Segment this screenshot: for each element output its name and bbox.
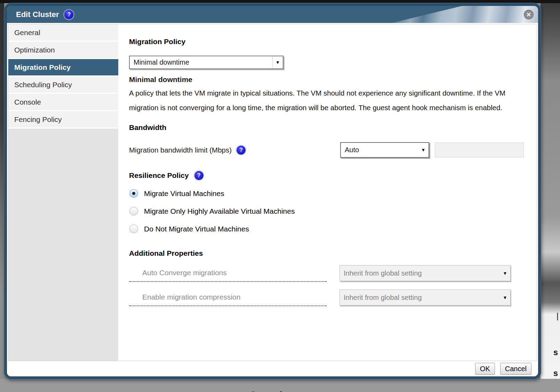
dialog-help-icon[interactable]: ? <box>64 10 73 19</box>
migration-policy-panel: Migration Policy Minimal downtime ▼ Mini… <box>118 24 537 361</box>
radio-label: Migrate Only Highly Available Virtual Ma… <box>144 207 295 215</box>
background-text-fragment: s <box>553 368 558 378</box>
selected-policy-name: Minimal downtime <box>129 75 537 84</box>
radio-label: Migrate Virtual Machines <box>144 189 224 198</box>
auto-converge-row: Auto Converge migrations Inherit from gl… <box>129 265 537 282</box>
ok-button[interactable]: OK <box>475 363 495 375</box>
bandwidth-help-icon[interactable]: ? <box>237 146 246 155</box>
sidebar-item-optimization[interactable]: Optimization <box>8 42 118 58</box>
dialog-inner: Edit Cluster ? ✕ General Optimization Mi… <box>7 6 538 376</box>
background-text-fragment: | <box>557 311 559 321</box>
clipped-background-text: Consultant <box>250 390 301 392</box>
background-text-fragment: s <box>553 348 558 357</box>
radio-label: Do Not Migrate Virtual Machines <box>144 225 249 233</box>
sidebar-filler <box>8 129 118 361</box>
radio-button-icon[interactable] <box>129 207 138 215</box>
bandwidth-limit-select[interactable]: Auto ▼ <box>340 142 429 158</box>
migration-compression-select[interactable]: Inherit from global setting ▼ <box>339 289 511 305</box>
custom-bandwidth-input[interactable] <box>435 142 524 157</box>
migration-policy-heading: Migration Policy <box>129 38 537 46</box>
migration-policy-select-value: Minimal downtime <box>130 58 272 66</box>
bandwidth-limit-select-value: Auto <box>341 146 418 154</box>
sidebar: General Optimization Migration Policy Sc… <box>8 24 118 361</box>
auto-converge-select[interactable]: Inherit from global setting ▼ <box>339 265 511 281</box>
bandwidth-limit-label-wrap: Migration bandwidth limit (Mbps) ? <box>129 146 340 155</box>
resilience-help-icon[interactable]: ? <box>194 171 203 180</box>
migration-compression-row: Enable migration compression Inherit fro… <box>129 289 537 306</box>
dialog-footer: OK Cancel <box>7 361 538 376</box>
resilience-heading-row: Resilience Policy ? <box>129 171 537 180</box>
migration-compression-select-value: Inherit from global setting <box>340 294 500 302</box>
edit-cluster-dialog: Edit Cluster ? ✕ General Optimization Mi… <box>4 3 541 379</box>
radio-migrate-ha-vms[interactable]: Migrate Only Highly Available Virtual Ma… <box>129 207 537 215</box>
background-right-strip <box>541 3 560 392</box>
chevron-down-icon: ▼ <box>500 271 510 276</box>
radio-button-icon[interactable] <box>129 224 138 233</box>
auto-converge-select-value: Inherit from global setting <box>340 269 500 277</box>
sidebar-item-migration-policy[interactable]: Migration Policy <box>8 59 118 75</box>
radio-do-not-migrate-vms[interactable]: Do Not Migrate Virtual Machines <box>129 224 537 233</box>
sidebar-item-scheduling-policy[interactable]: Scheduling Policy <box>8 76 118 93</box>
auto-converge-select-wrap: Inherit from global setting ▼ <box>339 265 511 282</box>
sidebar-item-console[interactable]: Console <box>8 94 118 110</box>
policy-description: A policy that lets the VM migrate in typ… <box>129 86 519 115</box>
dialog-content: General Optimization Migration Policy Sc… <box>8 24 537 361</box>
migration-compression-select-wrap: Inherit from global setting ▼ <box>339 289 511 306</box>
additional-properties-heading: Additional Properties <box>129 249 537 258</box>
chevron-down-icon: ▼ <box>272 56 283 68</box>
bandwidth-limit-label: Migration bandwidth limit (Mbps) <box>129 146 232 154</box>
sidebar-item-fencing-policy[interactable]: Fencing Policy <box>8 111 118 128</box>
dialog-titlebar: Edit Cluster ? ✕ <box>7 6 538 23</box>
resilience-policy-heading: Resilience Policy <box>129 171 189 180</box>
titlebar-diagonal-decor <box>392 6 538 23</box>
chevron-down-icon: ▼ <box>500 295 510 300</box>
chevron-down-icon: ▼ <box>418 147 429 153</box>
bandwidth-heading: Bandwidth <box>129 123 537 132</box>
radio-migrate-vms[interactable]: Migrate Virtual Machines <box>129 189 537 198</box>
cancel-button[interactable]: Cancel <box>500 363 531 375</box>
bandwidth-limit-row: Migration bandwidth limit (Mbps) ? Auto … <box>129 142 537 158</box>
dialog-title: Edit Cluster <box>16 10 59 19</box>
radio-button-icon[interactable] <box>129 189 138 198</box>
sidebar-item-general[interactable]: General <box>8 24 118 41</box>
migration-compression-label: Enable migration compression <box>129 293 327 306</box>
migration-policy-select[interactable]: Minimal downtime ▼ <box>129 56 283 69</box>
close-icon[interactable]: ✕ <box>524 10 534 19</box>
auto-converge-label: Auto Converge migrations <box>129 269 327 282</box>
